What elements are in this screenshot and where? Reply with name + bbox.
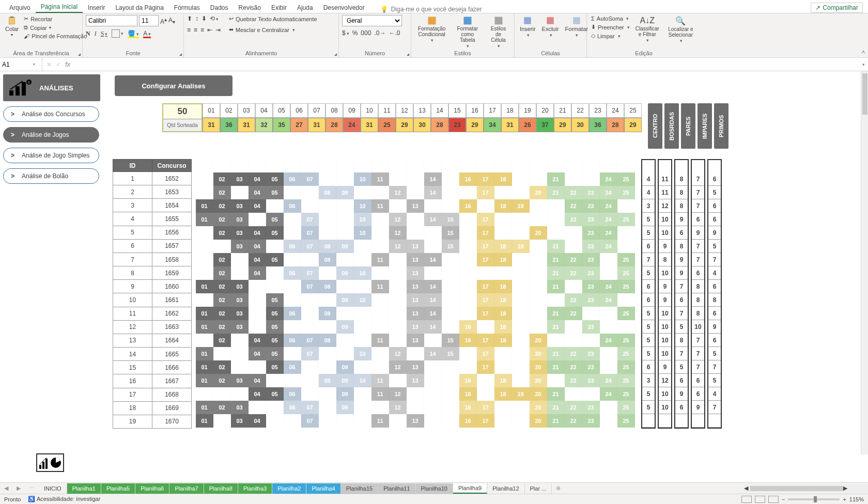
table-row[interactable]: 41655: [113, 212, 192, 226]
copy-button[interactable]: ⧉Copiar▾: [23, 24, 88, 32]
nav-concursos[interactable]: >Análise dos Concursos: [3, 106, 99, 122]
sheet-tab[interactable]: Planilha8: [204, 483, 238, 494]
sheet-tab[interactable]: Planilha3: [238, 483, 272, 494]
formula-bar[interactable]: [74, 61, 855, 68]
table-row[interactable]: 91660: [113, 280, 192, 293]
autosum-button[interactable]: ΣAutoSoma: [590, 15, 631, 22]
zoom-slider[interactable]: [788, 498, 840, 500]
merge-center-button[interactable]: ⬌Mesclar e Centralizar: [228, 26, 318, 34]
normal-view-button[interactable]: [741, 496, 752, 503]
underline-button[interactable]: S: [101, 30, 108, 38]
increase-decimal-button[interactable]: .0→: [374, 29, 385, 37]
sort-filter-button[interactable]: A↓ZClassificar e Filtrar: [633, 15, 662, 44]
decrease-indent-button[interactable]: ⇤: [207, 26, 212, 34]
zoom-in-button[interactable]: +: [843, 496, 846, 502]
collapse-ribbon-button[interactable]: ^: [862, 50, 865, 57]
tab-ajuda[interactable]: Ajuda: [292, 2, 318, 13]
align-top-button[interactable]: ⬆: [187, 15, 192, 22]
orientation-button[interactable]: ⟲: [210, 15, 219, 22]
format-as-table-button[interactable]: Formatar como Tabela: [451, 15, 484, 50]
sheet-tab[interactable]: Planilha7: [169, 483, 204, 494]
tab-exibir[interactable]: Exibir: [266, 2, 292, 13]
tab-revisao[interactable]: Revisão: [234, 2, 266, 13]
insert-cells-button[interactable]: Inserir: [518, 15, 538, 39]
accounting-format-button[interactable]: $: [342, 29, 349, 37]
sheet-tab[interactable]: Planilha9: [453, 483, 487, 494]
table-row[interactable]: 61657: [113, 239, 192, 253]
tab-pagina-inicial[interactable]: Página Inicial: [36, 1, 83, 13]
share-button[interactable]: ↗ Compartilhar: [811, 3, 863, 13]
cancel-formula-button[interactable]: ✕: [47, 61, 52, 68]
font-launcher[interactable]: [177, 51, 182, 56]
table-row[interactable]: 121663: [113, 320, 192, 334]
format-painter-button[interactable]: 🖌Pincel de Formatação: [23, 33, 88, 40]
sheet-tab[interactable]: Planilha15: [341, 483, 378, 494]
clipboard-launcher[interactable]: [76, 51, 81, 56]
fx-icon[interactable]: fx: [65, 60, 70, 68]
sheet-tab[interactable]: Planilha1: [67, 483, 101, 494]
align-left-button[interactable]: ≡: [187, 26, 191, 34]
table-row[interactable]: 51656: [113, 226, 192, 239]
increase-font-button[interactable]: A▴: [160, 17, 167, 25]
new-sheet-button[interactable]: ⊕: [552, 485, 565, 492]
align-center-button[interactable]: ≡: [194, 26, 197, 34]
number-format-select[interactable]: Geral: [342, 15, 402, 26]
table-row[interactable]: 181669: [113, 401, 192, 415]
tab-arquivo[interactable]: Arquivo: [4, 2, 36, 13]
name-box[interactable]: [2, 61, 33, 68]
table-row[interactable]: 11652: [113, 172, 192, 185]
sheet-tab[interactable]: Planilha10: [416, 483, 453, 494]
paste-button[interactable]: Colar▾: [3, 15, 21, 38]
comma-format-button[interactable]: 000: [361, 29, 371, 37]
delete-cells-button[interactable]: Excluir: [540, 15, 561, 39]
sheet-nav-more[interactable]: ⋯: [25, 485, 39, 492]
sheet-tab[interactable]: Planilha2: [272, 483, 306, 494]
align-launcher[interactable]: [332, 51, 337, 56]
fill-color-button[interactable]: 🪣: [128, 30, 139, 37]
tab-inserir[interactable]: Inserir: [83, 2, 110, 13]
zoom-out-button[interactable]: −: [782, 496, 785, 502]
page-break-view-button[interactable]: [768, 496, 779, 503]
cell-styles-button[interactable]: Estilos de Célula: [486, 15, 511, 50]
percent-format-button[interactable]: %: [352, 29, 358, 37]
sheet-tab[interactable]: Planilha4: [306, 483, 340, 494]
decrease-decimal-button[interactable]: ←.0: [389, 29, 400, 37]
accessibility-status[interactable]: ♿ Acessibilidade: investigar: [28, 496, 100, 502]
number-launcher[interactable]: [405, 51, 410, 56]
table-row[interactable]: 31654: [113, 199, 192, 212]
configurar-analises-button[interactable]: Configurar Analises: [115, 75, 233, 96]
wrap-text-button[interactable]: ↩Quebrar Texto Automaticamente: [228, 15, 318, 23]
expand-formula-button[interactable]: ▾: [859, 62, 868, 67]
table-row[interactable]: 151666: [113, 361, 192, 374]
enter-formula-button[interactable]: ✓: [56, 61, 61, 68]
sheet-nav-next[interactable]: ▶: [12, 485, 25, 492]
bold-button[interactable]: N: [86, 30, 90, 38]
sheet-tab[interactable]: Planilha5: [101, 483, 135, 494]
sheet-nav-prev[interactable]: ◀: [0, 485, 12, 492]
clear-button[interactable]: ◇Limpar: [590, 32, 631, 40]
tab-formulas[interactable]: Fórmulas: [169, 2, 205, 13]
table-row[interactable]: 71658: [113, 253, 192, 266]
increase-indent-button[interactable]: ⇥: [215, 26, 221, 34]
table-row[interactable]: 111662: [113, 307, 192, 320]
page-layout-view-button[interactable]: [755, 496, 765, 503]
sheet-tab[interactable]: Planilha6: [135, 483, 169, 494]
nav-bolao[interactable]: >Análise de Bolão: [3, 168, 99, 184]
chart-pie-button[interactable]: [36, 453, 64, 472]
align-right-button[interactable]: ≡: [200, 26, 204, 34]
cut-button[interactable]: ✂Recortar: [23, 15, 88, 23]
nav-jogos[interactable]: >Análise de Jogos: [3, 127, 99, 143]
italic-button[interactable]: I: [95, 30, 97, 38]
fill-button[interactable]: ⬇Preencher: [590, 23, 631, 31]
table-row[interactable]: 21653: [113, 185, 192, 199]
format-cells-button[interactable]: Formatar: [563, 15, 591, 39]
sheet-tab[interactable]: INICIO: [39, 483, 67, 494]
sheet-tab[interactable]: Planilha11: [378, 483, 415, 494]
tab-desenvolvedor[interactable]: Desenvolvedor: [318, 2, 370, 13]
align-bottom-button[interactable]: ⬇: [202, 15, 207, 22]
nav-jogo-simples[interactable]: >Análise de Jogo Simples: [3, 148, 99, 163]
zoom-level[interactable]: 115%: [849, 496, 864, 502]
font-size-select[interactable]: [139, 15, 159, 26]
tab-dados[interactable]: Dados: [205, 2, 234, 13]
table-row[interactable]: 81659: [113, 266, 192, 280]
